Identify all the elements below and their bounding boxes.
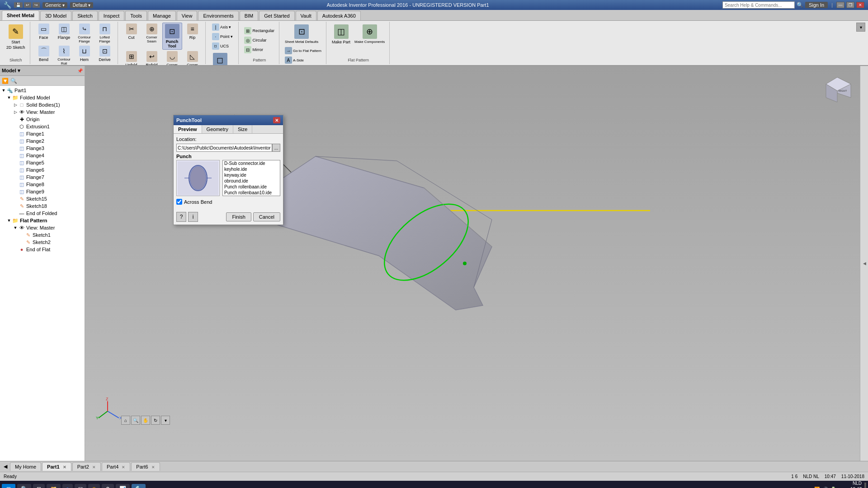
tab-vault[interactable]: Vault <box>296 11 316 20</box>
finish-btn[interactable]: Finish <box>226 212 251 221</box>
qa-save[interactable]: 💾 <box>14 2 23 8</box>
refold-btn[interactable]: ↩ Refold <box>142 50 162 66</box>
navigation-cube[interactable]: RIGHT <box>819 70 855 107</box>
model-panel-header[interactable]: Model ▾ 📌 <box>0 66 85 76</box>
edge-btn[interactable]: e <box>62 484 73 488</box>
punch-file-list[interactable]: D-Sub connector.ide keyhole.ide keyway.i… <box>222 160 280 196</box>
tree-flange2[interactable]: ◫ Flange2 <box>0 137 85 145</box>
network-icon[interactable]: 📶 <box>814 487 820 488</box>
corner-seam-btn[interactable]: ⊕ Corner Seam <box>142 23 162 44</box>
hem-btn[interactable]: ⊔ Hem <box>75 45 94 63</box>
axis-btn[interactable]: | Axis ▾ <box>210 23 233 32</box>
tree-sketch2[interactable]: ✎ Sketch2 <box>0 239 85 246</box>
tree-sketch18[interactable]: ✎ Sketch18 <box>0 202 85 210</box>
bottom-tab-part6[interactable]: Part6 ✕ <box>131 462 160 471</box>
view-more-btn[interactable]: ▾ <box>161 416 170 425</box>
tab-sheet-metal[interactable]: Sheet Metal <box>2 10 39 20</box>
cut-btn[interactable]: ✂ Cut <box>122 23 142 41</box>
mirror-btn[interactable]: ⊟ Mirror <box>242 45 265 54</box>
tree-flat-pattern[interactable]: ▼ 📁 Flat Pattern <box>0 217 85 224</box>
tree-end-of-folded[interactable]: — End of Folded <box>0 210 85 217</box>
chrome-btn[interactable]: ⊙ <box>88 484 100 488</box>
minimize-btn[interactable]: — <box>836 2 844 8</box>
dialog-tab-geometry[interactable]: Geometry <box>202 125 233 133</box>
circular-btn[interactable]: ◎ Circular <box>242 36 268 45</box>
rectangular-btn[interactable]: ⊞ Rectangular <box>242 26 276 35</box>
point-btn[interactable]: · Point ▾ <box>210 32 235 41</box>
across-bend-checkbox[interactable] <box>176 199 182 205</box>
tab-tools[interactable]: Tools <box>125 11 147 20</box>
tree-flange1[interactable]: ◫ Flange1 <box>0 130 85 137</box>
punch-item-rollenbaan10[interactable]: Punch rollenbaan10.ide <box>223 190 280 196</box>
unfold-btn[interactable]: ⊞ Unfold <box>122 50 142 66</box>
make-components-btn[interactable]: ⊕ Make Components <box>353 23 387 46</box>
tree-sketch15[interactable]: ✎ Sketch15 <box>0 195 85 202</box>
browse-btn[interactable]: ... <box>272 144 280 152</box>
tree-solid-bodies[interactable]: ▷ □ Solid Bodies(1) <box>0 101 85 108</box>
dialog-info-btn[interactable]: i <box>188 212 198 222</box>
task-view-btn[interactable]: ⊟ <box>33 484 45 488</box>
tree-flange6[interactable]: ◫ Flange6 <box>0 166 85 174</box>
tree-origin[interactable]: ✚ Origin <box>0 116 85 123</box>
derive-btn[interactable]: ⊡ Derive <box>95 45 115 63</box>
tree-extrusion1[interactable]: ⬡ Extrusion1 <box>0 123 85 130</box>
flange-btn[interactable]: ◫ Flange <box>54 23 74 41</box>
view-rotate-btn[interactable]: ↻ <box>151 416 160 425</box>
tab-inspect[interactable]: Inspect <box>99 11 124 20</box>
tabs-nav-left[interactable]: ◀ <box>4 464 7 469</box>
options-btn[interactable]: ▾ <box>856 23 865 32</box>
punch-item-obround[interactable]: obround.ide <box>223 178 280 184</box>
close-btn[interactable]: ✕ <box>856 2 864 8</box>
bottom-tab-part2[interactable]: Part2 ✕ <box>72 462 101 471</box>
tab-environments[interactable]: Environments <box>198 11 238 20</box>
dialog-tab-preview[interactable]: Preview <box>174 125 202 133</box>
tree-view-master-1[interactable]: ▷ 👁 View: Master <box>0 108 85 116</box>
tab-view[interactable]: View <box>177 11 198 20</box>
tab-sketch[interactable]: Sketch <box>72 11 98 20</box>
dialog-tab-size[interactable]: Size <box>233 125 252 133</box>
view-home-btn[interactable]: ⌂ <box>121 416 130 425</box>
punch-item-keyhole[interactable]: keyhole.ide <box>223 166 280 172</box>
search-input[interactable] <box>722 1 795 9</box>
right-panel-collapse[interactable]: ◀ <box>862 261 867 266</box>
tab-part2-close[interactable]: ✕ <box>92 465 96 469</box>
app1-btn[interactable]: 📊 <box>116 484 130 488</box>
make-part-btn[interactable]: ◫ Make Part <box>330 23 352 46</box>
contour-flange-btn[interactable]: ⤷ Contour Flange <box>75 23 94 44</box>
bottom-tab-part4[interactable]: Part4 ✕ <box>102 462 130 471</box>
punch-item-dsub[interactable]: D-Sub connector.ide <box>223 160 280 166</box>
tree-view-master-2[interactable]: ▼ 👁 View: Master <box>0 224 85 231</box>
punch-item-rollenbaan2[interactable]: Punch rollenbaan2.ide <box>223 196 280 196</box>
view-zoom-btn[interactable]: 🔍 <box>131 416 140 425</box>
tree-flange4[interactable]: ◫ Flange4 <box>0 152 85 159</box>
tree-sketch1[interactable]: ✎ Sketch1 <box>0 231 85 239</box>
settings-btn[interactable]: ⚙ <box>102 484 114 488</box>
bottom-tab-part1[interactable]: Part1 ✕ <box>42 462 71 471</box>
tree-flange8[interactable]: ◫ Flange8 <box>0 181 85 188</box>
start-2d-sketch-btn[interactable]: ✎ Start 2D Sketch <box>5 23 27 52</box>
ribbon-options[interactable]: ▾ <box>855 22 866 64</box>
punch-item-rollenbaan[interactable]: Punch rollenbaan.ide <box>223 184 280 190</box>
contour-roll-btn[interactable]: ⌇ Contour Roll <box>54 45 74 66</box>
file-explorer-btn[interactable]: 📁 <box>47 484 61 488</box>
tab-a360[interactable]: Autodesk A360 <box>317 11 361 20</box>
go-to-flat-pattern-btn[interactable]: → Go to Flat Pattern <box>283 46 323 55</box>
viewport[interactable]: RIGHT X Y Z ⌂ 🔍 ✋ ↻ ▾ PunchTool <box>85 66 860 461</box>
location-input[interactable] <box>176 144 272 152</box>
corner-round-btn[interactable]: ◡ Corner Round <box>162 50 182 66</box>
filter-icon[interactable]: 🔽 <box>2 78 9 84</box>
corner-chamfer-btn[interactable]: ◺ Corner Chamfer <box>183 50 203 66</box>
tree-flange5[interactable]: ◫ Flange5 <box>0 159 85 166</box>
tab-get-started[interactable]: Get Started <box>259 11 294 20</box>
search-icon[interactable]: 🔍 <box>797 2 803 8</box>
qa-undo[interactable]: ↩ <box>24 2 31 8</box>
search-model-icon[interactable]: 🔍 <box>10 78 17 84</box>
sheet-metal-defaults-btn[interactable]: ⊡ Sheet Metal Defaults <box>283 23 320 46</box>
plane-btn[interactable]: ◻ Plane <box>210 51 230 66</box>
sign-in-btn[interactable]: Sign In <box>805 2 828 8</box>
dialog-close-btn[interactable]: ✕ <box>273 117 280 123</box>
mail-btn[interactable]: ✉ <box>75 484 86 488</box>
cancel-btn[interactable]: Cancel <box>253 212 280 221</box>
tree-flange7[interactable]: ◫ Flange7 <box>0 174 85 181</box>
workspace-selector[interactable]: Generic ▾ <box>42 2 67 8</box>
